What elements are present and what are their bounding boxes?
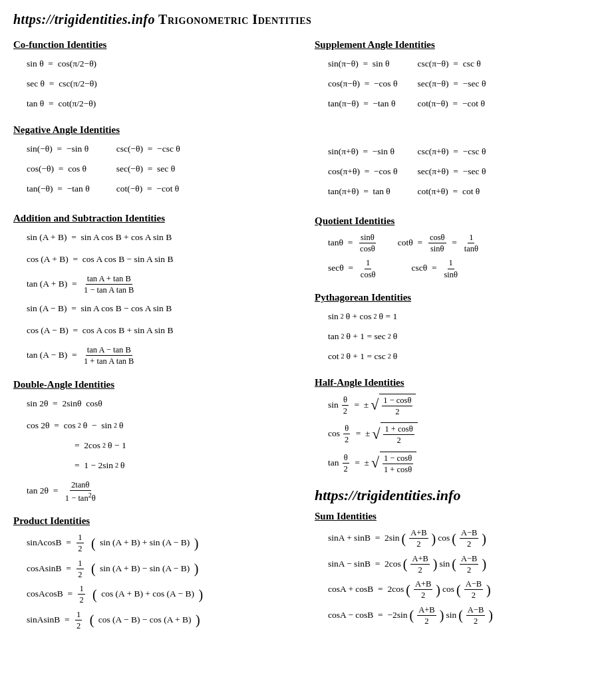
pi-plus-formulas: sin(π+θ) = −sin θ cos(π+θ) = −cos θ tan(… — [328, 144, 603, 204]
footer-url: https://trigidentities.info — [315, 487, 603, 504]
section-halfangle: Half-Angle Identities sin θ2 = ± √ 1 − c… — [315, 377, 603, 476]
double-cos3: = 1 − 2sin2θ — [75, 458, 301, 474]
add-sin-minus: sin (A − B) = sin A cos B − cos A sin B — [27, 301, 301, 317]
piplus-cos: cos(π+θ) = −cos θ — [328, 164, 397, 180]
halfangle-formulas: sin θ2 = ± √ 1 − cosθ2 cos θ2 = ± — [328, 394, 603, 476]
half-tan: tan θ2 = ± √ 1 − cosθ1 + cosθ — [328, 452, 603, 476]
cofunction-sin: sin θ = cos(π/2−θ) — [27, 56, 301, 72]
section-product: Product Identities sinAcosB = 12 ( sin (… — [13, 515, 301, 631]
double-formulas: sin 2θ = 2sinθ cosθ cos 2θ = cos2θ − sin… — [27, 396, 301, 504]
double-sin: sin 2θ = 2sinθ cosθ — [27, 396, 301, 412]
section-quotient: Quotient Identities tanθ = sinθcosθ cotθ… — [315, 215, 603, 280]
product-title: Product Identities — [13, 515, 301, 527]
quotient-title: Quotient Identities — [315, 215, 603, 227]
addition-title: Addition and Subtraction Identities — [13, 213, 301, 224]
neg-cos: cos(−θ) = cos θ — [27, 161, 90, 178]
supp-cot: cot(π−θ) = −cot θ — [417, 96, 486, 112]
page-title: https://trigidentities.info Trigonometri… — [13, 12, 603, 27]
add-sin-plus: sin (A + B) = sin A cos B + cos A sin B — [27, 229, 301, 246]
pythagorean-title: Pythagorean Identities — [315, 292, 603, 303]
quot-tan-cot: tanθ = sinθcosθ cotθ = cosθsinθ = 1tanθ — [328, 232, 603, 255]
sum-sinAminussinB: sinA − sinB = 2cos ( A+B2 ) sin ( A−B2 ) — [328, 553, 603, 576]
prod-sinAsinB: sinAsinB = 12 ( cos (A − B) − cos (A + B… — [27, 609, 301, 632]
neg-sin: sin(−θ) = −sin θ — [27, 141, 90, 158]
halfangle-title: Half-Angle Identities — [315, 377, 603, 388]
pyth3: cot2θ + 1 = csc2θ — [328, 348, 603, 365]
section-addition: Addition and Subtraction Identities sin … — [13, 213, 301, 367]
sum-cosAminuscosB: cosA − cosB = −2sin ( A+B2 ) sin ( A−B2 … — [328, 605, 603, 627]
sum-cosAcosB: cosA + cosB = 2cos ( A+B2 ) cos ( A−B2 ) — [328, 579, 603, 601]
add-tan-minus: tan (A − B) = tan A − tan B 1 + tan A ta… — [27, 344, 301, 367]
header-url: https://trigidentities.info — [13, 12, 155, 27]
piplus-sec: sec(π+θ) = −sec θ — [417, 164, 486, 180]
negative-title: Negative Angle Identities — [13, 124, 301, 136]
neg-tan: tan(−θ) = −tan θ — [27, 181, 90, 198]
pyth1: sin2θ + cos2θ = 1 — [328, 309, 603, 325]
piplus-cot: cot(π+θ) = cot θ — [417, 184, 486, 200]
section-supplement: Supplement Angle Identities sin(π−θ) = s… — [315, 39, 603, 116]
cofunction-sec: sec θ = csc(π/2−θ) — [27, 76, 301, 92]
supp-tan: tan(π−θ) = −tan θ — [328, 96, 397, 112]
add-cos-plus: cos (A + B) = cos A cos B − sin A sin B — [27, 251, 301, 268]
add-cos-minus: cos (A − B) = cos A cos B + sin A sin B — [27, 323, 301, 339]
addition-formulas: sin (A + B) = sin A cos B + cos A sin B … — [27, 229, 301, 367]
sum-formulas: sinA + sinB = 2sin ( A+B2 ) cos ( A−B2 )… — [328, 527, 603, 626]
neg-csc: csc(−θ) = −csc θ — [116, 141, 180, 158]
double-tan: tan 2θ = 2tanθ 1 − tan2θ — [27, 479, 301, 504]
sum-title: Sum Identities — [315, 511, 603, 522]
double-cos2: = 2cos2θ − 1 — [75, 438, 301, 454]
prod-cosAcosB: cosAcosB = 12 ( cos (A + B) + cos (A − B… — [27, 583, 301, 606]
add-tan-plus: tan (A + B) = tan A + tan B 1 − tan A ta… — [27, 273, 301, 296]
cofunction-formulas: sin θ = cos(π/2−θ) sec θ = csc(π/2−θ) ta… — [27, 56, 301, 112]
neg-cot: cot(−θ) = −cot θ — [116, 181, 180, 198]
negative-formulas: sin(−θ) = −sin θ cos(−θ) = cos θ tan(−θ)… — [27, 141, 301, 201]
sum-sinAsinB: sinA + sinB = 2sin ( A+B2 ) cos ( A−B2 ) — [328, 527, 603, 550]
prod-sinAcosB: sinAcosB = 12 ( sin (A + B) + sin (A − B… — [27, 532, 301, 555]
neg-sec: sec(−θ) = sec θ — [116, 161, 180, 178]
supp-sec: sec(π−θ) = −sec θ — [417, 76, 486, 92]
prod-cosAsinB: cosAsinB = 12 ( sin (A + B) − sin (A − B… — [27, 558, 301, 581]
cofunction-tan: tan θ = cot(π/2−θ) — [27, 96, 301, 112]
piplus-sin: sin(π+θ) = −sin θ — [328, 144, 397, 160]
piplus-tan: tan(π+θ) = tan θ — [328, 184, 397, 200]
cofunction-title: Co-function Identities — [13, 39, 301, 51]
supp-sin: sin(π−θ) = sin θ — [328, 56, 397, 72]
half-sin: sin θ2 = ± √ 1 − cosθ2 — [328, 394, 603, 418]
section-sum: Sum Identities sinA + sinB = 2sin ( A+B2… — [315, 511, 603, 626]
section-double: Double-Angle Identities sin 2θ = 2sinθ c… — [13, 379, 301, 504]
pyth2: tan2θ + 1 = sec2θ — [328, 329, 603, 345]
section-cofunction: Co-function Identities sin θ = cos(π/2−θ… — [13, 39, 301, 112]
product-formulas: sinAcosB = 12 ( sin (A + B) + sin (A − B… — [27, 532, 301, 631]
supplement-formulas: sin(π−θ) = sin θ cos(π−θ) = −cos θ tan(π… — [328, 56, 603, 116]
double-cos1: cos 2θ = cos2θ − sin2θ — [27, 418, 301, 434]
pythagorean-formulas: sin2θ + cos2θ = 1 tan2θ + 1 = sec2θ cot2… — [328, 309, 603, 365]
supp-cos: cos(π−θ) = −cos θ — [328, 76, 397, 92]
piplus-csc: csc(π+θ) = −csc θ — [417, 144, 486, 160]
supp-csc: csc(π−θ) = csc θ — [417, 56, 486, 72]
section-negative: Negative Angle Identities sin(−θ) = −sin… — [13, 124, 301, 201]
double-title: Double-Angle Identities — [13, 379, 301, 390]
section-pi-plus: sin(π+θ) = −sin θ cos(π+θ) = −cos θ tan(… — [315, 144, 603, 204]
quotient-formulas: tanθ = sinθcosθ cotθ = cosθsinθ = 1tanθ … — [328, 232, 603, 280]
half-cos: cos θ2 = ± √ 1 + cosθ2 — [328, 422, 603, 446]
supplement-title: Supplement Angle Identities — [315, 39, 603, 51]
quot-sec-csc: secθ = 1cosθ cscθ = 1sinθ — [328, 257, 603, 280]
section-pythagorean: Pythagorean Identities sin2θ + cos2θ = 1… — [315, 292, 603, 365]
header-title: Trigonometric Identities — [155, 12, 311, 27]
